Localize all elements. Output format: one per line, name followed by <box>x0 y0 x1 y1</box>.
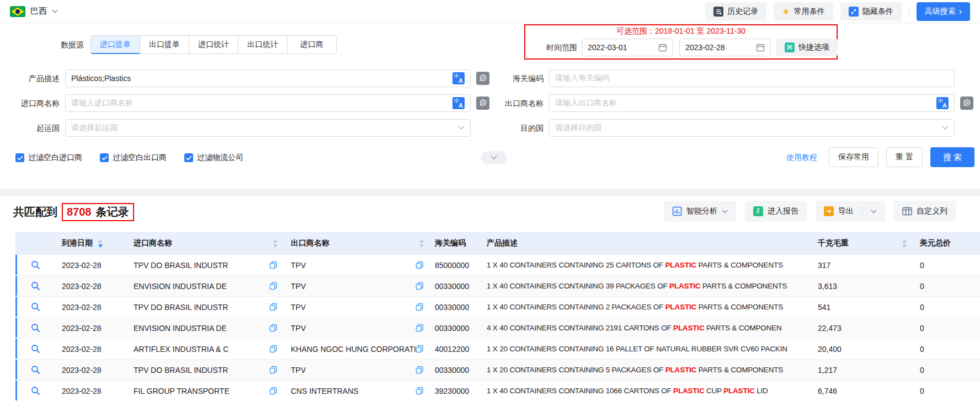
copy-icon[interactable] <box>416 345 424 353</box>
product-desc-input[interactable]: Plásticos;Plastics 中A <box>65 69 471 87</box>
importer-input[interactable]: 请输入进口商名称 中A <box>65 94 471 112</box>
sort-icon[interactable] <box>419 239 424 248</box>
cell-usd-value: 0 <box>913 381 980 401</box>
tutorial-link[interactable]: 使用教程 <box>786 147 817 167</box>
cell-hs-code: 85000000 <box>430 255 480 275</box>
cell-exporter: TPV <box>284 360 430 380</box>
checkbox-checked-icon[interactable] <box>184 153 193 162</box>
copy-icon[interactable] <box>416 366 424 374</box>
data-source-tab[interactable]: 出口统计 <box>238 35 287 54</box>
start-date-input[interactable]: 2022-03-01 <box>582 39 673 56</box>
data-source-tab[interactable]: 进口提单 <box>90 35 140 54</box>
header-weight-kg[interactable]: 千克毛重 <box>811 232 913 255</box>
sort-icon[interactable] <box>273 239 278 248</box>
sort-icon[interactable] <box>98 239 103 248</box>
translate-icon[interactable]: 中A <box>936 97 949 109</box>
copy-icon[interactable] <box>269 303 278 311</box>
exporter-input[interactable]: 请输入出口商名称 中A <box>549 94 955 112</box>
chevron-down-icon <box>722 210 728 213</box>
results-table: 到港日期 进口商名称 出口商名称 海关编码 产品描述 千克毛重 美元总价 20 <box>15 232 980 401</box>
calendar-icon[interactable] <box>658 43 667 52</box>
filter-checkbox-group: 过滤空白进口商 过滤空白出口商 过滤物流公司 <box>15 149 243 167</box>
cell-product-desc: 4 X 40 CONTAINERS CONTAINING 2191 CARTON… <box>480 318 811 338</box>
exclude-filter-icon[interactable] <box>960 97 973 110</box>
row-detail-search-icon[interactable] <box>31 260 40 270</box>
exporter-label: 出口商名称 <box>475 94 544 112</box>
chevron-down-icon <box>52 9 58 13</box>
data-source-tab[interactable]: 进口统计 <box>189 35 238 54</box>
copy-icon[interactable] <box>269 366 278 374</box>
advanced-search-button[interactable]: 高级搜索 › <box>917 2 970 21</box>
copy-icon[interactable] <box>269 345 278 353</box>
copy-icon[interactable] <box>416 303 424 311</box>
filter-checkbox[interactable]: 过滤空白出口商 <box>100 153 167 163</box>
brazil-flag-icon <box>10 6 25 17</box>
copy-icon[interactable] <box>269 387 278 395</box>
row-detail-search-icon[interactable] <box>31 302 40 312</box>
calendar-icon[interactable] <box>756 43 765 52</box>
divider <box>909 6 909 18</box>
data-source-tab[interactable]: 进口商 <box>287 35 337 54</box>
cell-arrival-date: 2023-02-28 <box>55 276 127 296</box>
hide-conditions-button[interactable]: 隐藏条件 <box>840 2 902 21</box>
copy-icon[interactable] <box>269 324 278 332</box>
table-row: 2023-02-28 ENVISION INDUSTRIA DE TPV 003… <box>15 318 980 339</box>
filter-checkbox[interactable]: 过滤物流公司 <box>184 153 243 163</box>
filter-checkbox[interactable]: 过滤空白进口商 <box>15 153 82 163</box>
save-favorite-button[interactable]: 保存常用 <box>829 147 878 167</box>
cell-usd-value: 0 <box>913 276 980 296</box>
hs-code-label: 海关编码 <box>475 69 544 87</box>
smart-analysis-button[interactable]: 智能分析 <box>664 201 736 222</box>
table-row: 2023-02-28 FIL GROUP TRANSPORTE CNS INTE… <box>15 381 980 401</box>
date-range-hint: 可选范围：2018-01-01 至 2023-11-30 <box>525 26 837 36</box>
sort-icon[interactable] <box>902 239 907 248</box>
copy-icon[interactable] <box>416 324 424 332</box>
reset-button[interactable]: 重 置 <box>886 147 923 167</box>
history-button[interactable]: 历史记录 <box>705 2 766 21</box>
translate-icon[interactable]: 中A <box>452 97 465 109</box>
copy-icon[interactable] <box>416 282 424 290</box>
header-hs-code: 海关编码 <box>430 232 480 255</box>
export-options-button[interactable] <box>862 201 885 222</box>
collapse-form-button[interactable] <box>481 151 507 164</box>
cell-exporter: TPV <box>284 297 430 317</box>
custom-columns-button[interactable]: 自定义列 <box>894 201 956 222</box>
cell-arrival-date: 2023-02-28 <box>55 318 127 338</box>
row-detail-search-icon[interactable] <box>31 323 40 333</box>
checkbox-checked-icon[interactable] <box>15 153 24 162</box>
row-detail-search-icon[interactable] <box>31 386 40 395</box>
row-detail-search-icon[interactable] <box>31 281 40 291</box>
header-importer[interactable]: 进口商名称 <box>127 232 284 255</box>
header-exporter[interactable]: 出口商名称 <box>284 232 430 255</box>
chevron-down-icon <box>458 126 465 130</box>
cell-hs-code: 00330000 <box>430 360 480 380</box>
cell-importer: FIL GROUP TRANSPORTE <box>127 381 284 401</box>
origin-country-select[interactable]: 请选择起运国 <box>65 119 471 137</box>
favorites-button[interactable]: ★ 常用条件 <box>774 2 833 21</box>
copy-icon[interactable] <box>416 261 424 269</box>
row-detail-search-icon[interactable] <box>31 365 40 375</box>
dest-country-select[interactable]: 请选择目的国 <box>549 119 955 137</box>
cell-weight-kg: 3,613 <box>811 276 913 296</box>
cell-weight-kg: 541 <box>811 297 913 317</box>
cell-product-desc: 1 X 40 CONTAINERS CONTAINING 2 PACKAGES … <box>480 297 811 317</box>
copy-icon[interactable] <box>269 261 278 269</box>
date-range-row: 时间范围 2022-03-01 2023-02-28 ⌘ 快捷选项 <box>525 39 837 56</box>
table-body: 2023-02-28 TPV DO BRASIL INDUSTR TPV 850… <box>15 255 980 401</box>
country-selector[interactable]: 巴西 <box>10 6 58 17</box>
data-source-tab[interactable]: 出口提单 <box>140 35 189 54</box>
cell-hs-code: 40012200 <box>430 339 480 359</box>
end-date-input[interactable]: 2023-02-28 <box>679 39 771 56</box>
translate-icon[interactable]: 中A <box>452 72 465 84</box>
checkbox-checked-icon[interactable] <box>100 153 109 162</box>
enter-report-button[interactable]: 进入报告 <box>745 201 807 222</box>
search-button[interactable]: 搜 索 <box>930 147 974 167</box>
export-button[interactable]: 导出 <box>816 201 862 222</box>
hs-code-input[interactable]: 请输入海关编码 <box>549 69 955 87</box>
header-arrival-date[interactable]: 到港日期 <box>55 232 127 255</box>
copy-icon[interactable] <box>416 387 424 395</box>
cell-product-desc: 1 X 20 CONTAINERS CONTAINING 5 PACKAGES … <box>480 360 811 380</box>
row-detail-search-icon[interactable] <box>31 344 40 354</box>
quick-options-button[interactable]: ⌘ 快捷选项 <box>776 39 838 56</box>
copy-icon[interactable] <box>269 282 278 290</box>
